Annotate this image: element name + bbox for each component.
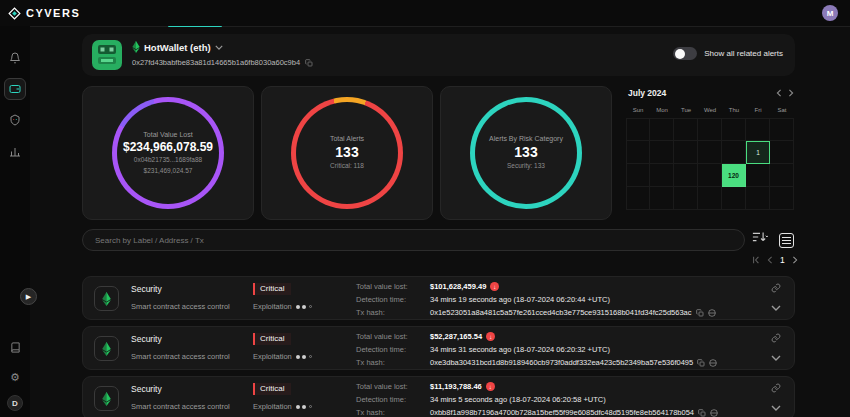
alert-phase: Exploitation <box>253 302 312 311</box>
calendar-cell <box>722 141 746 164</box>
pagination: 1 <box>752 255 798 265</box>
explorer-link-button[interactable] <box>710 409 718 417</box>
calendar-prev-button[interactable] <box>776 89 782 97</box>
wallet-identicon <box>92 40 122 70</box>
sidebar-bottom-group: ⚙ D <box>0 335 30 411</box>
sidebar-item-docs[interactable] <box>0 335 30 359</box>
explorer-link-button[interactable] <box>709 359 717 367</box>
calendar-cell <box>698 187 722 210</box>
explorer-link-button[interactable] <box>708 309 716 317</box>
copy-icon <box>305 59 313 67</box>
alerts-calendar: July 2024 Sun Mon Tue Wed Thu Fri Sat <box>626 88 796 210</box>
wallet-icon <box>9 83 21 95</box>
copy-address-button[interactable] <box>305 59 313 67</box>
calendar-cell <box>650 164 674 187</box>
user-avatar-initial: M <box>827 9 834 18</box>
sidebar-item-settings[interactable]: ⚙ <box>0 365 30 389</box>
alert-type: Smart contract access control <box>131 352 230 361</box>
current-page[interactable]: 1 <box>780 255 785 265</box>
detection-time-value: 34 mins 31 seconds ago (18-07-2024 06:20… <box>430 345 610 354</box>
show-related-alerts-toggle[interactable] <box>673 47 697 60</box>
tx-hash-label: Tx hash: <box>356 308 430 317</box>
sort-button[interactable] <box>752 231 768 243</box>
calendar-cell <box>770 118 794 141</box>
expand-alert-button[interactable] <box>771 355 781 361</box>
topbar: CYVERS M <box>0 0 850 26</box>
share-alert-button[interactable] <box>771 333 781 343</box>
calendar-cell <box>722 187 746 210</box>
chevron-down-icon <box>771 405 781 411</box>
search-input[interactable] <box>82 229 745 251</box>
stat-card-risk-category: Alerts By Risk Category 133 Security: 13… <box>440 86 612 220</box>
alert-row[interactable]: Security Smart contract access control C… <box>82 376 795 417</box>
severity-badge: Critical <box>253 283 291 295</box>
sidebar-item-protection[interactable] <box>0 108 30 132</box>
table-view-button[interactable] <box>779 233 794 248</box>
alert-category: Security <box>131 334 162 344</box>
cyvers-dashboard: CYVERS M ⚙ <box>0 0 850 417</box>
alert-row[interactable]: Security Smart contract access control C… <box>82 276 795 320</box>
explorer-icon <box>708 309 716 317</box>
day-header: Fri <box>746 107 770 113</box>
book-icon <box>10 342 21 353</box>
loss-indicator-icon: ↓ <box>486 332 495 341</box>
eth-asset-badge <box>94 336 119 361</box>
stat-card-total-value-lost: Total Value Lost $234,966,078.59 0x04b21… <box>82 86 254 220</box>
chevron-down-icon <box>771 305 781 311</box>
calendar-cell <box>674 164 698 187</box>
calendar-cell <box>698 164 722 187</box>
first-page-button[interactable] <box>752 256 760 264</box>
expand-alert-button[interactable] <box>771 305 781 311</box>
sidebar-item-analytics[interactable] <box>0 140 30 164</box>
event-count: 120 <box>728 172 739 179</box>
total-alerts-donut: Total Alerts 133 Critical: 118 <box>291 97 403 209</box>
sidebar-item-notifications[interactable] <box>0 46 30 70</box>
copy-icon <box>698 409 706 417</box>
day-header: Tue <box>674 107 698 113</box>
sort-icon <box>752 231 768 243</box>
calendar-grid: 1 120 <box>626 118 796 210</box>
total-value-lost-label: Total value lost: <box>356 332 430 341</box>
calendar-cell <box>626 141 650 164</box>
calendar-event-cell[interactable]: 120 <box>722 164 746 187</box>
stat-title: Total Alerts <box>330 135 364 142</box>
copy-icon <box>696 309 704 317</box>
share-alert-button[interactable] <box>771 383 781 393</box>
top-divider <box>30 26 850 27</box>
stat-value: $234,966,078.59 <box>123 140 213 154</box>
next-page-button[interactable] <box>792 256 798 264</box>
share-alert-button[interactable] <box>771 283 781 293</box>
alert-row[interactable]: Security Smart contract access control C… <box>82 326 795 370</box>
event-count: 1 <box>756 149 760 156</box>
expand-alert-button[interactable] <box>771 405 781 411</box>
gear-icon: ⚙ <box>10 372 20 383</box>
link-icon <box>771 283 781 293</box>
severity-badge: Critical <box>253 383 291 395</box>
prev-page-button[interactable] <box>767 256 773 264</box>
alert-phase: Exploitation <box>253 352 312 361</box>
eth-asset-badge <box>94 386 119 411</box>
loss-indicator-icon: ↓ <box>486 382 495 391</box>
toggle-knob <box>675 49 685 59</box>
table-view-icon <box>782 237 791 238</box>
wallet-selector[interactable]: HotWallet (eth) <box>132 41 223 53</box>
play-button[interactable]: ▶ <box>20 288 37 305</box>
severity-badge: Critical <box>253 333 291 345</box>
calendar-cell <box>650 187 674 210</box>
cyvers-logo[interactable]: CYVERS <box>8 7 80 20</box>
copy-tx-button[interactable] <box>697 359 705 367</box>
org-avatar[interactable]: D <box>7 395 23 411</box>
stat-title: Total Value Lost <box>143 131 192 138</box>
calendar-next-button[interactable] <box>788 89 794 97</box>
alert-type: Smart contract access control <box>131 402 230 411</box>
copy-tx-button[interactable] <box>696 309 704 317</box>
calendar-cell <box>770 164 794 187</box>
alert-phase: Exploitation <box>253 402 312 411</box>
calendar-cell <box>626 187 650 210</box>
copy-tx-button[interactable] <box>698 409 706 417</box>
sidebar-item-wallets[interactable] <box>4 78 26 100</box>
stat-value: 133 <box>514 144 537 160</box>
stat-value: 133 <box>335 144 358 160</box>
calendar-event-cell[interactable]: 1 <box>746 141 770 164</box>
user-avatar[interactable]: M <box>822 5 838 21</box>
